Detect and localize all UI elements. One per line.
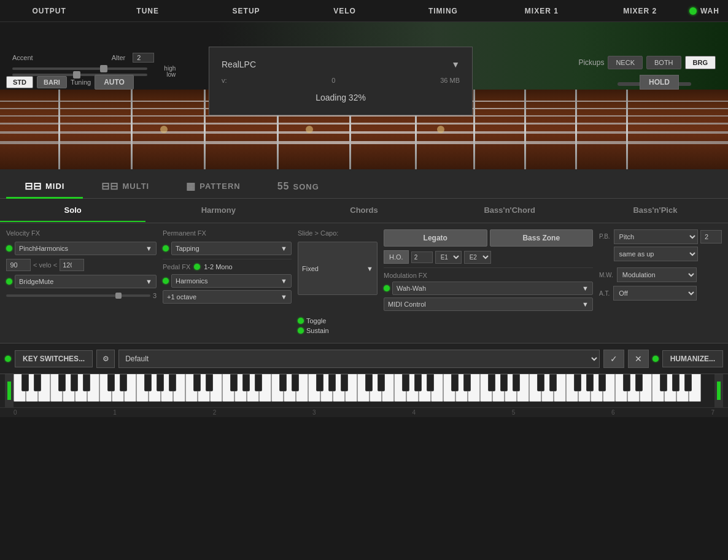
black-key[interactable] (378, 374, 385, 391)
accent-high-thumb[interactable] (100, 65, 107, 72)
black-key[interactable] (660, 374, 667, 391)
humanize-button[interactable]: HUMANIZE... (662, 350, 723, 367)
nav-mixer2[interactable]: MIXER 2 (591, 2, 689, 20)
black-key[interactable] (157, 374, 164, 391)
black-key[interactable] (574, 374, 581, 391)
e2-select[interactable]: E2D2G2 (464, 251, 491, 264)
alter-input[interactable] (133, 53, 154, 63)
nav-output[interactable]: OUTPUT (0, 2, 98, 20)
black-key[interactable] (206, 374, 213, 391)
octave-dropdown[interactable]: +1 octave ▼ (163, 290, 292, 304)
velo-high-input[interactable] (60, 259, 84, 271)
tab-pattern[interactable]: ▦ PATTERN (168, 175, 258, 199)
black-key[interactable] (83, 374, 90, 391)
settings-button[interactable]: ⚙ (96, 350, 115, 368)
black-key[interactable] (328, 374, 336, 391)
pickup-both-button[interactable]: BOTH (646, 56, 681, 69)
subtab-bassnchord[interactable]: Bass'n'Chord (437, 199, 583, 222)
subtab-chords[interactable]: Chords (291, 199, 436, 222)
black-key[interactable] (537, 374, 544, 391)
std-button[interactable]: STD (6, 76, 33, 88)
bridge-mute-dropdown[interactable]: BridgeMute ▼ (15, 275, 157, 288)
nav-timing[interactable]: TIMING (394, 2, 492, 20)
black-key[interactable] (292, 374, 299, 391)
black-key[interactable] (402, 374, 409, 391)
black-key[interactable] (365, 374, 373, 391)
harmonics-dropdown[interactable]: Harmonics ▼ (171, 274, 292, 288)
confirm-button[interactable]: ✓ (603, 350, 624, 368)
subtab-solo[interactable]: Solo (0, 199, 145, 222)
e1-select[interactable]: E1E0A0 (435, 251, 462, 264)
octave-0: 0 (14, 409, 17, 416)
black-key[interactable] (279, 374, 287, 391)
pitch-select[interactable]: Pitch (614, 229, 698, 244)
slide-capo-dropdown[interactable]: Fixed ▼ (298, 242, 378, 295)
black-key[interactable] (107, 374, 115, 391)
cancel-button[interactable]: ✕ (628, 350, 649, 368)
black-key[interactable] (623, 374, 630, 391)
key-switches-button[interactable]: KEY SWITCHES... (15, 350, 93, 367)
nav-wah[interactable]: WAH (700, 2, 719, 20)
black-key[interactable] (144, 374, 152, 391)
bass-zone-button[interactable]: Bass Zone (490, 229, 594, 247)
black-key[interactable] (427, 374, 434, 391)
black-key[interactable] (21, 374, 29, 391)
legato-button[interactable]: Legato (384, 229, 487, 247)
nav-tune[interactable]: TUNE (98, 2, 196, 20)
black-key[interactable] (230, 374, 238, 391)
bridge-mute-thumb[interactable] (115, 293, 122, 299)
black-key[interactable] (255, 374, 262, 391)
black-key[interactable] (488, 374, 495, 391)
permanent-fx-dropdown[interactable]: Tapping ▼ (171, 242, 292, 255)
tab-midi[interactable]: ⊟⊟ MIDI (6, 175, 83, 199)
velo-low-input[interactable] (6, 259, 31, 271)
auto-button[interactable]: AUTO (95, 75, 134, 90)
black-key[interactable] (463, 374, 471, 391)
black-key[interactable] (193, 374, 201, 391)
black-key[interactable] (500, 374, 508, 391)
black-key[interactable] (120, 374, 127, 391)
black-key[interactable] (414, 374, 422, 391)
pickup-brg-button[interactable]: BRG (685, 56, 716, 69)
ho-value-input[interactable] (411, 251, 433, 263)
velocity-fx-dropdown[interactable]: PinchHarmonics ▼ (15, 242, 157, 255)
tab-song[interactable]: 55 SONG (259, 176, 338, 199)
midi-control-dropdown[interactable]: MIDI Control ▼ (384, 297, 593, 311)
humanize-led (652, 356, 659, 362)
nav-velo[interactable]: VELO (295, 2, 393, 20)
black-key[interactable] (598, 374, 606, 391)
preset-select[interactable]: Default (118, 350, 600, 368)
black-key[interactable] (635, 374, 643, 391)
black-key[interactable] (242, 374, 250, 391)
bridge-mute-slider[interactable] (6, 294, 150, 297)
nav-mixer1[interactable]: MIXER 1 (492, 2, 591, 20)
black-key[interactable] (34, 374, 41, 391)
at-select[interactable]: Off (613, 286, 697, 301)
bari-button[interactable]: BARI (37, 76, 67, 88)
pickup-neck-button[interactable]: NECK (608, 56, 643, 69)
black-key[interactable] (586, 374, 594, 391)
hold-button[interactable]: HOLD (640, 75, 679, 90)
subtab-harmony[interactable]: Harmony (145, 199, 291, 222)
accent-high-slider[interactable] (12, 67, 147, 70)
same-as-up-select[interactable]: same as up (614, 247, 698, 261)
ho-button[interactable]: H.O. (384, 250, 409, 264)
black-key[interactable] (672, 374, 680, 391)
black-key[interactable] (169, 374, 176, 391)
black-key[interactable] (58, 374, 66, 391)
black-key[interactable] (341, 374, 348, 391)
black-key[interactable] (549, 374, 557, 391)
wah-dropdown[interactable]: Wah-Wah ▼ (392, 282, 593, 295)
pitch-value-input[interactable] (700, 230, 722, 244)
nav-setup[interactable]: SETUP (197, 2, 295, 20)
black-key[interactable] (71, 374, 78, 391)
modulation-select[interactable]: Modulation (617, 267, 697, 282)
black-key[interactable] (513, 374, 520, 391)
tab-multi[interactable]: ⊟⊟ MULTI (83, 175, 168, 199)
black-key[interactable] (684, 374, 692, 391)
loading-chevron-icon[interactable]: ▼ (451, 59, 460, 69)
subtab-bassnpick[interactable]: Bass'n'Pick (583, 199, 728, 222)
black-key[interactable] (316, 374, 323, 391)
black-key[interactable] (451, 374, 459, 391)
fret-9 (575, 90, 577, 169)
